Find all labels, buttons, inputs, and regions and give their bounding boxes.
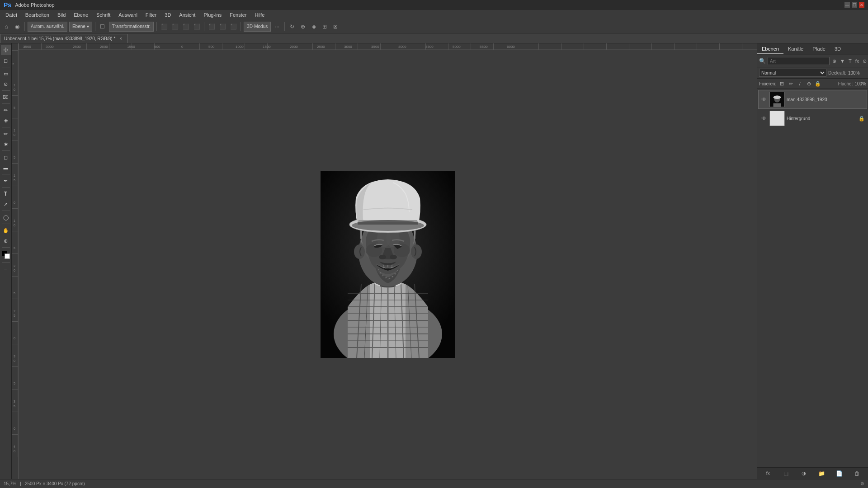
align-left-icon[interactable]: ⬛ [160,22,169,31]
svg-rect-97 [774,103,781,107]
menu-plugins[interactable]: Plug-ins [200,11,225,19]
healing-tool[interactable]: ✚ [1,116,11,126]
clone-tool[interactable]: ✱ [1,139,11,149]
mode-filter-icon[interactable]: ⊙ [862,58,868,64]
svg-point-83 [385,277,387,278]
crop-tool[interactable]: ⌧ [1,92,11,102]
align4-icon[interactable]: ⬛ [229,22,238,31]
filter-icon[interactable]: ▼ [839,58,846,64]
tab-kanaele[interactable]: Kanäle [783,44,808,54]
new-layer-button[interactable]: 📄 [835,469,844,478]
fx-button[interactable]: fx [764,469,773,478]
select-tool[interactable]: ▭ [1,69,11,79]
adjustment-icon[interactable]: ◑ [799,469,808,478]
flip-icon[interactable]: ⊕ [298,22,307,31]
lasso-tool[interactable]: ⊙ [1,79,11,89]
layer-item-man[interactable]: 👁 man-4333898_1920 [758,90,867,109]
menu-3d[interactable]: 3D [161,11,175,19]
pen-tool[interactable]: ✒ [1,176,11,186]
menu-ansicht[interactable]: Ansicht [175,11,199,19]
type-filter-icon[interactable]: T [848,58,853,64]
tab-ebenen[interactable]: Ebenen [757,44,783,54]
layer-search-input[interactable] [768,57,830,65]
blend-mode-select[interactable]: Normal [759,69,826,77]
opacity-value[interactable]: 100% [848,70,866,75]
align-center-icon[interactable]: ⬛ [170,22,179,31]
brush-tool[interactable]: ✏ [1,129,11,139]
autom-button[interactable]: Autom. auswähl. [28,22,67,32]
zoom-level[interactable]: 15,7% [4,481,16,486]
maximize-button[interactable]: ☐ [852,2,857,8]
menu-datei[interactable]: Datei [2,11,21,19]
rotate-icon[interactable]: ↻ [288,22,297,31]
status-separator-1: | [20,481,21,486]
tool-options-icon[interactable]: ◉ [13,22,22,31]
new-layer-icon[interactable]: ⊕ [831,58,837,64]
tab-3d[interactable]: 3D [830,44,845,54]
menu-hilfe[interactable]: Hilfe [251,11,268,19]
lock-artboard-icon[interactable]: ⊕ [805,80,812,87]
shape-tool[interactable]: ◯ [1,212,11,222]
document-tab[interactable]: Unbenannt-1 bei 15,7% (man-4333898_1920,… [0,34,127,43]
minimize-button[interactable]: — [844,2,850,8]
lock-brush-icon[interactable]: ✏ [787,80,794,87]
fill-value[interactable]: 100% [854,81,866,86]
color-swatch[interactable] [1,250,11,260]
menu-schrift[interactable]: Schrift [93,11,114,19]
type-tool[interactable]: T [1,189,11,199]
layer-visibility-hintergrund[interactable]: 👁 [760,115,768,122]
more-options-icon[interactable]: ··· [273,22,282,31]
tab-close-button[interactable]: × [118,36,123,42]
align2-icon[interactable]: ⬛ [207,22,216,31]
svg-text:0: 0 [14,427,15,430]
more-tools[interactable]: ··· [1,264,11,274]
ebene-button[interactable]: Ebene ▾ [69,22,92,32]
lock-transparency-icon[interactable]: / [796,80,803,87]
close-button[interactable]: ✕ [859,2,864,8]
delete-layer-button[interactable]: 🗑 [853,469,862,478]
artboard-tool[interactable]: ◻ [1,56,11,66]
menu-fenster[interactable]: Fenster [226,11,250,19]
hand-tool[interactable]: ✋ [1,225,11,235]
snap-icon[interactable]: ◈ [309,22,318,31]
layer-footer: fx ⬚ ◑ 📁 📄 🗑 [757,467,868,479]
grid-icon[interactable]: ⊞ [320,22,329,31]
menu-bearbeiten[interactable]: Bearbeiten [22,11,53,19]
svg-point-87 [378,269,379,270]
3d-mode-button[interactable]: 3D-Modus [244,22,271,32]
effects-filter-icon[interactable]: fx [854,58,860,64]
lock-all-icon[interactable]: 🔒 [814,80,821,87]
menu-bild[interactable]: Bild [54,11,69,19]
gradient-tool[interactable]: ▬ [1,163,11,173]
layer-visibility-man[interactable]: 👁 [760,96,768,103]
svg-point-96 [774,96,781,99]
menu-ebene[interactable]: Ebene [70,11,92,19]
zoom-tool[interactable]: ⊕ [1,236,11,246]
distribute-icon[interactable]: ⬛ [192,22,201,31]
svg-point-93 [352,220,424,231]
eraser-tool[interactable]: ◻ [1,152,11,162]
move-tool[interactable] [1,45,11,55]
home-icon[interactable]: ⌂ [2,22,11,31]
status-separator-2: ⚙ [860,481,864,486]
layers-list: 👁 man-4333898_1920 👁 Hintergrund [757,89,868,467]
align-right-icon[interactable]: ⬛ [181,22,190,31]
camera-icon[interactable]: ⊠ [331,22,340,31]
svg-text:5: 5 [14,106,15,109]
layer-item-hintergrund[interactable]: 👁 Hintergrund 🔒 [758,109,867,128]
tool-sep-7 [2,187,10,188]
eyedropper-tool[interactable]: ✏ [1,105,11,115]
transformations-button[interactable]: Transformationsstr. [109,22,154,32]
menu-filter[interactable]: Filter [142,11,160,19]
path-select-tool[interactable]: ↗ [1,199,11,209]
toolbar-left: ◻ ▭ ⊙ ⌧ ✏ ✚ ✏ ✱ ◻ ▬ ✒ T ↗ ◯ ✋ ⊕ ··· [0,43,12,479]
svg-text:4000: 4000 [398,45,406,49]
svg-text:1: 1 [14,84,15,87]
align3-icon[interactable]: ⬛ [218,22,227,31]
tab-pfade[interactable]: Pfade [808,44,830,54]
checkbox-icon[interactable]: ☐ [98,22,107,31]
group-icon[interactable]: 📁 [817,469,826,478]
menu-auswahl[interactable]: Auswahl [115,11,141,19]
add-mask-icon[interactable]: ⬚ [781,469,790,478]
lock-position-icon[interactable]: ⊞ [778,80,785,87]
